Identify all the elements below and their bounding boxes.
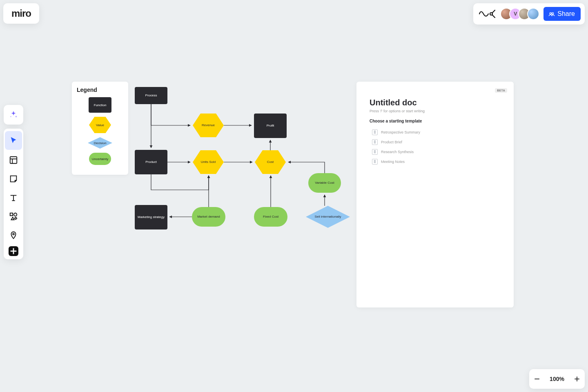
- node-label: Process: [145, 94, 157, 98]
- svg-point-10: [14, 213, 17, 216]
- node-intl[interactable]: Sell internationally: [306, 206, 350, 228]
- node-label: Variable Cost: [315, 181, 334, 185]
- template-item[interactable]: ≣Product Brief: [370, 137, 501, 147]
- template-item[interactable]: ≣Meeting Notes: [370, 157, 501, 167]
- legend-label: Uncertainty: [92, 157, 108, 161]
- node-label: Units Sold: [201, 160, 216, 164]
- svg-point-0: [490, 13, 492, 15]
- template-item[interactable]: ≣Research Synthesis: [370, 147, 501, 157]
- node-profit[interactable]: Profit: [254, 114, 287, 138]
- node-market[interactable]: Market demand: [192, 207, 225, 227]
- plus-icon: [9, 247, 18, 256]
- main-toolbar: [4, 129, 23, 259]
- legend-title: Legend: [77, 87, 124, 93]
- avatar-initial: V: [514, 11, 517, 17]
- avatar[interactable]: [527, 8, 539, 20]
- node-cost[interactable]: Cost: [255, 150, 286, 174]
- doc-hint: Press '/' for options or start writing: [370, 109, 501, 113]
- doc-title[interactable]: Untitled doc: [370, 98, 501, 107]
- legend-card[interactable]: Legend Function Value Decision Uncertain…: [72, 82, 128, 175]
- legend-label: Function: [94, 103, 107, 107]
- reactions-button[interactable]: [477, 9, 496, 19]
- select-tool[interactable]: [5, 131, 22, 150]
- svg-point-11: [13, 233, 14, 235]
- share-button-label: Share: [557, 10, 575, 18]
- node-label: Cost: [267, 160, 274, 164]
- topbar: V Share: [473, 3, 585, 24]
- sticky-icon: [9, 174, 18, 183]
- doc-icon: ≣: [372, 149, 378, 155]
- pen-icon: [9, 231, 18, 240]
- svg-rect-3: [10, 157, 17, 164]
- node-varcost[interactable]: Variable Cost: [308, 173, 341, 193]
- text-tool[interactable]: [4, 188, 23, 207]
- edge-product-units_below[interactable]: [151, 174, 209, 190]
- sparkle-icon: [9, 110, 18, 119]
- pen-tool[interactable]: [4, 226, 23, 245]
- node-label: Sell internationally: [315, 215, 341, 219]
- template-label: Retrospective Summary: [381, 130, 420, 134]
- collaborator-avatars[interactable]: V: [500, 8, 539, 20]
- zoom-level[interactable]: 100%: [550, 376, 564, 382]
- node-label: Market demand: [197, 215, 220, 219]
- legend-label: Value: [96, 123, 104, 127]
- sticky-tool[interactable]: [4, 169, 23, 188]
- frame-icon: [9, 156, 18, 165]
- zoom-in-button[interactable]: +: [574, 374, 580, 384]
- ai-tool-button[interactable]: [4, 105, 23, 125]
- legend-item-uncertainty: Uncertainty: [76, 153, 124, 165]
- node-units[interactable]: Units Sold: [193, 150, 224, 174]
- doc-icon: ≣: [372, 129, 378, 135]
- node-label: Marketing strategy: [138, 215, 165, 219]
- template-item[interactable]: ≣Retrospective Summary: [370, 127, 501, 137]
- node-label: Revenue: [202, 123, 215, 127]
- zoom-out-button[interactable]: −: [534, 374, 540, 384]
- legend-item-function: Function: [76, 97, 124, 113]
- legend-item-decision: Decision: [76, 137, 124, 149]
- doc-templates-heading: Choose a starting template: [370, 119, 501, 123]
- svg-point-1: [550, 13, 552, 14]
- node-fixed[interactable]: Fixed Cost: [254, 207, 287, 227]
- legend-label: Decision: [94, 141, 107, 145]
- shapes-icon: [9, 212, 18, 221]
- node-process[interactable]: Process: [135, 87, 167, 104]
- shapes-tool[interactable]: [4, 207, 23, 226]
- cursor-icon: [9, 136, 18, 145]
- node-product[interactable]: Product: [135, 150, 167, 174]
- beta-badge: BETA: [495, 88, 507, 93]
- frame-tool[interactable]: [4, 151, 23, 169]
- doc-icon: ≣: [372, 139, 378, 145]
- svg-rect-9: [10, 213, 13, 216]
- node-revenue[interactable]: Revenue: [193, 114, 224, 137]
- text-icon: [9, 193, 18, 202]
- node-marketing[interactable]: Marketing strategy: [135, 205, 167, 229]
- add-tool[interactable]: [9, 246, 18, 256]
- app-logo[interactable]: miro: [3, 3, 39, 24]
- svg-point-2: [552, 13, 554, 14]
- doc-icon: ≣: [372, 159, 378, 165]
- node-label: Profit: [267, 124, 274, 128]
- zoom-control: − 100% +: [529, 369, 585, 389]
- template-label: Meeting Notes: [381, 160, 405, 164]
- share-icon: [548, 11, 555, 17]
- edge-process-revenue[interactable]: [151, 104, 190, 125]
- template-label: Product Brief: [381, 140, 402, 144]
- share-button[interactable]: Share: [543, 7, 581, 21]
- legend-item-value: Value: [76, 117, 124, 133]
- canvas-stage[interactable]: Legend Function Value Decision Uncertain…: [0, 0, 588, 392]
- doc-panel[interactable]: BETA Untitled doc Press '/' for options …: [356, 82, 514, 307]
- node-label: Product: [145, 160, 157, 164]
- template-label: Research Synthesis: [381, 150, 414, 154]
- app-logo-text: miro: [11, 8, 31, 19]
- node-label: Fixed Cost: [263, 215, 278, 219]
